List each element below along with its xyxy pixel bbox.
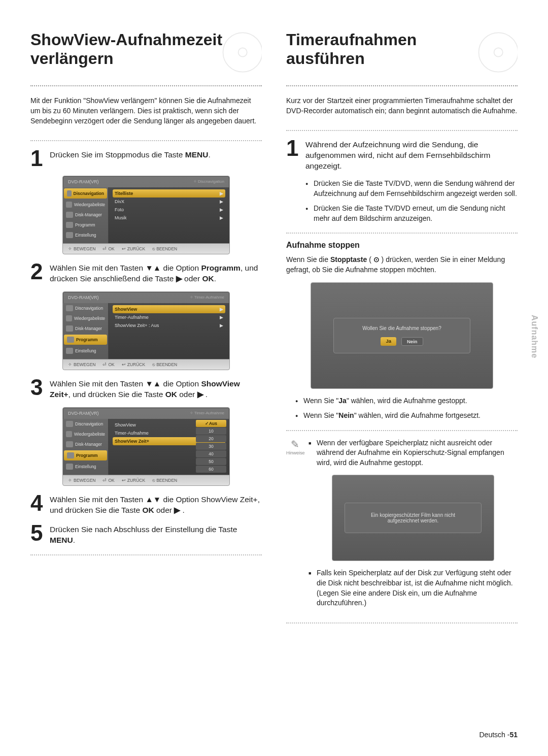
osd-side-setup[interactable]: Einstellung <box>63 462 108 472</box>
svg-point-1 <box>238 48 247 56</box>
key-ok: OK <box>142 506 154 514</box>
title-line2: ausführen <box>286 49 365 68</box>
chevron-right-icon: ▶ <box>220 199 223 204</box>
left-title: ShowView-Aufnahmezeit verlängern <box>30 30 262 86</box>
step-5: 5 Drücken Sie nach Abschluss der Einstel… <box>30 523 262 546</box>
osd-header: DVD-RAM(VR) ✧ Timer-Aufnahme <box>63 408 229 419</box>
label: Musik <box>115 215 127 220</box>
label: ZURÜCK <box>127 362 145 367</box>
text: Discnavigation <box>198 179 224 184</box>
btn-no[interactable]: Nein <box>401 337 423 346</box>
osd-item-divx[interactable]: DivX▶ <box>113 198 225 206</box>
sub-50[interactable]: 50 <box>196 458 226 465</box>
btn-yes[interactable]: Ja <box>381 337 396 346</box>
sub-30[interactable]: 30 <box>196 443 226 450</box>
osd-item-musik[interactable]: Musik▶ <box>113 214 225 222</box>
osd-main: ShowView▶ Timer-Aufnahme▶ ShowView Zeit+… <box>109 303 229 359</box>
text: . <box>208 150 210 159</box>
label: BEENDEN <box>156 362 177 367</box>
osd-item-foto[interactable]: Foto▶ <box>113 206 225 214</box>
text: oder <box>182 274 202 283</box>
text: Wählen Sie mit den Tasten <box>50 264 145 272</box>
dialog-buttons: Ja Nein <box>340 337 464 346</box>
label: Programm <box>75 222 95 227</box>
label: Einstellung <box>75 464 96 469</box>
bullet: Drücken Sie die Taste TV/DVD erneut, um … <box>305 204 518 223</box>
note-label: Hinweise <box>286 450 303 455</box>
title-line2: verlängern <box>30 49 114 68</box>
opt-programm: Programm <box>201 264 241 272</box>
osd-side-discnav[interactable]: Discnavigation <box>64 188 107 199</box>
osd-header: DVD-RAM(VR) ✧ Discnavigation <box>63 176 229 187</box>
dialog-inner: Wollen Sie die Aufnahme stoppen? Ja Nein <box>333 318 470 353</box>
osd-side-program[interactable]: Programm <box>64 450 107 461</box>
osd-item-svzeit[interactable]: ShowView Zeit+ : Aus▶ <box>113 321 225 330</box>
osd-side-program[interactable]: Programm <box>63 220 108 230</box>
osd-side-diskmgr[interactable]: Disk-Manager <box>63 210 108 220</box>
osd-side-discnav[interactable]: Discnavigation <box>63 419 108 429</box>
osd-footer: ✧ BEWEGEN ⏎ OK ↩ ZURÜCK ⎋ BEENDEN <box>63 359 229 370</box>
text: Wählen Sie mit den Tasten <box>50 379 145 388</box>
label: ShowView Zeit+ : Aus <box>115 323 159 328</box>
osd-side-diskmgr[interactable]: Disk-Manager <box>63 323 108 334</box>
left-intro: Mit der Funktion "ShowView verlängern" k… <box>30 95 262 126</box>
osd-side-playlist[interactable]: Wiedergabeliste <box>63 429 108 439</box>
text: Drücken Sie nach Abschluss der Einstellu… <box>50 525 237 534</box>
footer-lang: Deutsch - <box>480 731 510 739</box>
stop-icon: ⊙ <box>373 255 380 264</box>
arrow-right-icon: ▶ <box>176 274 182 283</box>
osd-side-playlist[interactable]: Wiedergabeliste <box>63 200 108 210</box>
sub-20[interactable]: 20 <box>196 435 226 442</box>
label: Einstellung <box>75 233 96 238</box>
step-text: Drücken Sie im Stoppmodus die Taste MENU… <box>50 148 211 169</box>
osd-footer: ✧ BEWEGEN ⏎ OK ↩ ZURÜCK ⎋ BEENDEN <box>63 243 229 254</box>
osd-side-playlist[interactable]: Wiedergabeliste <box>63 313 108 323</box>
osd-body: Discnavigation Wiedergabeliste Disk-Mana… <box>63 419 229 475</box>
osd-crumb: ✧ Timer-Aufnahme <box>190 295 224 300</box>
osd-side-setup[interactable]: Einstellung <box>63 346 108 356</box>
osd-main: Titelliste▶ DivX▶ Foto▶ Musik▶ <box>109 187 229 243</box>
sub-aus[interactable]: ✓ Aus <box>196 420 226 427</box>
separator <box>30 554 262 555</box>
osd-side-setup[interactable]: Einstellung <box>63 230 108 240</box>
osd-head-left: DVD-RAM(VR) <box>68 411 99 416</box>
note-item: Falls kein Speicherplatz auf der Disk zu… <box>309 568 518 608</box>
label: Titelliste <box>115 191 133 196</box>
text: Timer-Aufnahme <box>194 295 224 300</box>
osd-item-titellist[interactable]: Titelliste▶ <box>113 189 225 198</box>
gear-icon <box>66 464 73 470</box>
gear-icon <box>66 348 73 354</box>
osd-side-diskmgr[interactable]: Disk-Manager <box>63 439 108 449</box>
osd-item-timer[interactable]: Timer-Aufnahme▶ <box>113 313 225 321</box>
osd-sidebar: Discnavigation Wiedergabeliste Disk-Mana… <box>63 419 109 475</box>
label: Timer-Aufnahme <box>115 315 149 320</box>
step-number: 5 <box>30 523 45 546</box>
foot-move: ✧ BEWEGEN <box>68 362 95 367</box>
text: . <box>203 390 208 399</box>
osd-side-discnav[interactable]: Discnavigation <box>63 303 108 313</box>
label: ShowView <box>115 307 137 312</box>
label: ZURÜCK <box>127 478 145 483</box>
sub-40[interactable]: 40 <box>196 450 226 457</box>
text: ( <box>367 255 373 264</box>
label: Programm <box>76 453 98 458</box>
dialog-stop: Wollen Sie die Aufnahme stoppen? Ja Nein <box>311 282 493 389</box>
osd-body: Discnavigation Wiedergabeliste Disk-Mana… <box>63 187 229 243</box>
text: Wählen Sie mit den Tasten <box>50 495 145 504</box>
chevron-right-icon: ▶ <box>220 215 223 220</box>
osd-crumb: ✧ Discnavigation <box>193 179 224 184</box>
bullet-list: Wenn Sie "Ja" wählen, wird die Aufnahme … <box>295 396 518 421</box>
osd-side-program[interactable]: Programm <box>64 335 107 345</box>
title-line1: ShowView-Aufnahmezeit <box>30 30 222 49</box>
osd-item-showview[interactable]: ShowView▶ <box>113 305 225 313</box>
foot-back: ↩ ZURÜCK <box>122 246 145 251</box>
osd-header: DVD-RAM(VR) ✧ Timer-Aufnahme <box>63 292 229 303</box>
sub-10[interactable]: 10 <box>196 428 226 435</box>
label: ZURÜCK <box>127 246 145 251</box>
note-item: Wenn der verfügbare Speicherplatz nicht … <box>309 438 518 468</box>
sub-60[interactable]: 60 <box>196 466 226 473</box>
bullet: Wenn Sie "Ja" wählen, wird die Aufnahme … <box>295 396 518 406</box>
label: BEENDEN <box>156 478 177 483</box>
label: DivX <box>115 199 124 204</box>
text: Ja <box>338 397 347 405</box>
